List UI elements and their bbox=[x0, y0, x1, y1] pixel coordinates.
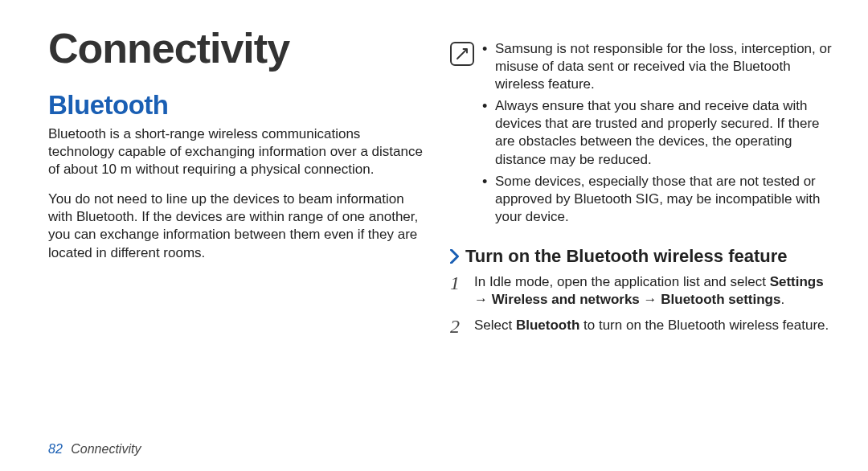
page-content: Connectivity Bluetooth Bluetooth is a sh… bbox=[48, 24, 828, 426]
chevron-right-icon bbox=[450, 249, 461, 264]
section-heading-bluetooth: Bluetooth bbox=[48, 90, 426, 121]
body-paragraph: You do not need to line up the devices t… bbox=[48, 190, 426, 261]
page-number: 82 bbox=[48, 442, 63, 456]
note-item: Some devices, especially those that are … bbox=[482, 173, 836, 226]
step-text: Select Bluetooth to turn on the Bluetoot… bbox=[474, 317, 836, 334]
note-item: Samsung is not responsible for the loss,… bbox=[482, 40, 836, 93]
note-icon bbox=[450, 42, 474, 66]
step-list: 1 In Idle mode, open the application lis… bbox=[450, 273, 836, 336]
step-text: In Idle mode, open the application list … bbox=[474, 273, 836, 309]
body-paragraph: Bluetooth is a short-range wireless comm… bbox=[48, 125, 426, 178]
subsection-heading: Turn on the Bluetooth wireless feature bbox=[450, 246, 836, 267]
step-number: 2 bbox=[450, 317, 465, 336]
step-item: 2 Select Bluetooth to turn on the Blueto… bbox=[450, 317, 836, 336]
left-column: Connectivity Bluetooth Bluetooth is a sh… bbox=[48, 24, 426, 426]
step-item: 1 In Idle mode, open the application lis… bbox=[450, 273, 836, 309]
chapter-title: Connectivity bbox=[48, 24, 426, 72]
right-column: Samsung is not responsible for the loss,… bbox=[450, 24, 836, 426]
subsection-turn-on-bluetooth: Turn on the Bluetooth wireless feature 1… bbox=[450, 246, 836, 336]
subsection-title: Turn on the Bluetooth wireless feature bbox=[465, 246, 788, 267]
step-number: 1 bbox=[450, 273, 465, 293]
page-footer: 82 Connectivity bbox=[48, 442, 141, 457]
note-box: Samsung is not responsible for the loss,… bbox=[450, 40, 836, 230]
footer-chapter: Connectivity bbox=[71, 442, 141, 456]
note-list: Samsung is not responsible for the loss,… bbox=[482, 40, 836, 230]
note-item: Always ensure that you share and receive… bbox=[482, 97, 836, 168]
